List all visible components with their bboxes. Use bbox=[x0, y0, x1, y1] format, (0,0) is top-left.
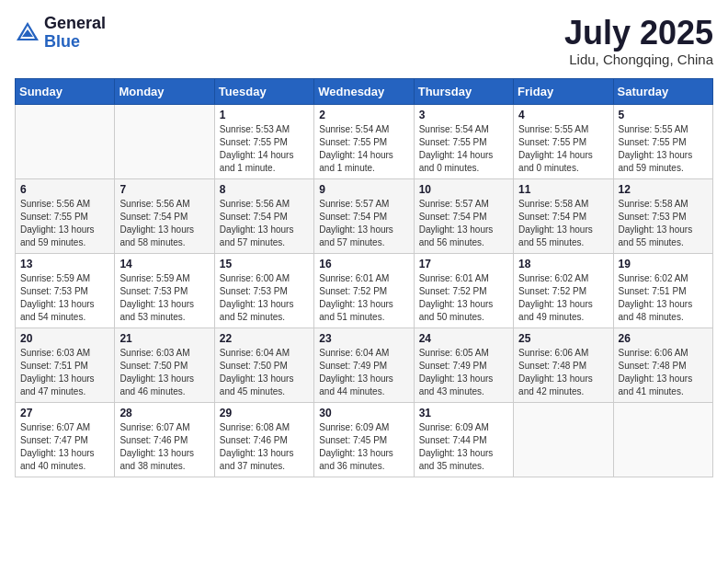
weekday-header-monday: Monday bbox=[115, 78, 214, 104]
day-number: 6 bbox=[20, 183, 109, 196]
day-number: 3 bbox=[419, 109, 508, 121]
page-header: General Blue July 2025 Lidu, Chongqing, … bbox=[15, 15, 713, 67]
day-info: Sunrise: 6:00 AM Sunset: 7:53 PM Dayligh… bbox=[220, 272, 309, 324]
day-info: Sunrise: 6:01 AM Sunset: 7:52 PM Dayligh… bbox=[319, 272, 408, 324]
calendar-cell: 12Sunrise: 5:58 AM Sunset: 7:53 PM Dayli… bbox=[613, 178, 712, 253]
calendar-cell bbox=[16, 104, 115, 178]
calendar-cell: 24Sunrise: 6:05 AM Sunset: 7:49 PM Dayli… bbox=[414, 327, 513, 402]
day-number: 30 bbox=[319, 407, 408, 419]
week-row-3: 13Sunrise: 5:59 AM Sunset: 7:53 PM Dayli… bbox=[16, 253, 713, 327]
title-section: July 2025 Lidu, Chongqing, China bbox=[564, 15, 713, 67]
logo: General Blue bbox=[15, 15, 106, 52]
day-number: 9 bbox=[319, 183, 408, 196]
day-number: 31 bbox=[419, 407, 508, 419]
day-info: Sunrise: 6:03 AM Sunset: 7:51 PM Dayligh… bbox=[20, 347, 109, 398]
day-info: Sunrise: 5:57 AM Sunset: 7:54 PM Dayligh… bbox=[319, 198, 408, 249]
calendar-cell: 21Sunrise: 6:03 AM Sunset: 7:50 PM Dayli… bbox=[115, 327, 214, 402]
day-number: 18 bbox=[518, 258, 608, 270]
day-number: 17 bbox=[419, 258, 508, 270]
calendar-cell: 7Sunrise: 5:56 AM Sunset: 7:54 PM Daylig… bbox=[115, 178, 214, 253]
day-info: Sunrise: 5:55 AM Sunset: 7:55 PM Dayligh… bbox=[518, 123, 608, 175]
day-number: 15 bbox=[220, 258, 309, 270]
day-number: 4 bbox=[518, 109, 608, 121]
calendar-cell: 14Sunrise: 5:59 AM Sunset: 7:53 PM Dayli… bbox=[115, 253, 214, 327]
day-number: 12 bbox=[619, 183, 708, 196]
calendar-cell: 30Sunrise: 6:09 AM Sunset: 7:45 PM Dayli… bbox=[314, 402, 414, 477]
logo-blue-text: Blue bbox=[44, 33, 106, 52]
calendar-body: 1Sunrise: 5:53 AM Sunset: 7:55 PM Daylig… bbox=[16, 104, 713, 477]
day-info: Sunrise: 6:03 AM Sunset: 7:50 PM Dayligh… bbox=[119, 347, 209, 398]
location-text: Lidu, Chongqing, China bbox=[564, 52, 713, 67]
day-info: Sunrise: 6:04 AM Sunset: 7:49 PM Dayligh… bbox=[319, 347, 408, 398]
day-info: Sunrise: 5:59 AM Sunset: 7:53 PM Dayligh… bbox=[20, 272, 109, 324]
day-info: Sunrise: 6:09 AM Sunset: 7:45 PM Dayligh… bbox=[319, 421, 408, 473]
calendar-cell: 31Sunrise: 6:09 AM Sunset: 7:44 PM Dayli… bbox=[414, 402, 513, 477]
calendar-header: SundayMondayTuesdayWednesdayThursdayFrid… bbox=[16, 78, 713, 104]
day-number: 19 bbox=[619, 258, 708, 270]
calendar-cell: 6Sunrise: 5:56 AM Sunset: 7:55 PM Daylig… bbox=[16, 178, 115, 253]
calendar-cell: 10Sunrise: 5:57 AM Sunset: 7:54 PM Dayli… bbox=[414, 178, 513, 253]
day-number: 2 bbox=[319, 109, 408, 121]
weekday-header-row: SundayMondayTuesdayWednesdayThursdayFrid… bbox=[16, 78, 713, 104]
day-number: 5 bbox=[619, 109, 708, 121]
day-number: 16 bbox=[319, 258, 408, 270]
weekday-header-tuesday: Tuesday bbox=[214, 78, 313, 104]
day-info: Sunrise: 5:56 AM Sunset: 7:54 PM Dayligh… bbox=[119, 198, 209, 249]
day-info: Sunrise: 6:06 AM Sunset: 7:48 PM Dayligh… bbox=[619, 347, 708, 398]
calendar-cell: 2Sunrise: 5:54 AM Sunset: 7:55 PM Daylig… bbox=[314, 104, 414, 178]
calendar-cell: 9Sunrise: 5:57 AM Sunset: 7:54 PM Daylig… bbox=[314, 178, 414, 253]
day-number: 8 bbox=[220, 183, 309, 196]
day-number: 1 bbox=[220, 109, 309, 121]
logo-text: General Blue bbox=[44, 15, 106, 52]
day-info: Sunrise: 6:02 AM Sunset: 7:51 PM Dayligh… bbox=[619, 272, 708, 324]
calendar-cell: 19Sunrise: 6:02 AM Sunset: 7:51 PM Dayli… bbox=[613, 253, 712, 327]
weekday-header-sunday: Sunday bbox=[16, 78, 115, 104]
calendar-cell: 26Sunrise: 6:06 AM Sunset: 7:48 PM Dayli… bbox=[613, 327, 712, 402]
week-row-5: 27Sunrise: 6:07 AM Sunset: 7:47 PM Dayli… bbox=[16, 402, 713, 477]
day-info: Sunrise: 5:55 AM Sunset: 7:55 PM Dayligh… bbox=[619, 123, 708, 175]
week-row-1: 1Sunrise: 5:53 AM Sunset: 7:55 PM Daylig… bbox=[16, 104, 713, 178]
day-info: Sunrise: 5:58 AM Sunset: 7:53 PM Dayligh… bbox=[619, 198, 708, 249]
week-row-4: 20Sunrise: 6:03 AM Sunset: 7:51 PM Dayli… bbox=[16, 327, 713, 402]
day-info: Sunrise: 5:57 AM Sunset: 7:54 PM Dayligh… bbox=[419, 198, 508, 249]
weekday-header-friday: Friday bbox=[514, 78, 613, 104]
day-number: 13 bbox=[20, 258, 109, 270]
weekday-header-thursday: Thursday bbox=[414, 78, 513, 104]
day-number: 22 bbox=[220, 332, 309, 345]
day-number: 21 bbox=[119, 332, 209, 345]
calendar-cell: 16Sunrise: 6:01 AM Sunset: 7:52 PM Dayli… bbox=[314, 253, 414, 327]
day-info: Sunrise: 6:07 AM Sunset: 7:47 PM Dayligh… bbox=[20, 421, 109, 473]
calendar-cell: 17Sunrise: 6:01 AM Sunset: 7:52 PM Dayli… bbox=[414, 253, 513, 327]
calendar-cell: 13Sunrise: 5:59 AM Sunset: 7:53 PM Dayli… bbox=[16, 253, 115, 327]
day-number: 14 bbox=[119, 258, 209, 270]
calendar-cell: 29Sunrise: 6:08 AM Sunset: 7:46 PM Dayli… bbox=[214, 402, 313, 477]
day-number: 7 bbox=[119, 183, 209, 196]
day-info: Sunrise: 5:56 AM Sunset: 7:55 PM Dayligh… bbox=[20, 198, 109, 249]
weekday-header-wednesday: Wednesday bbox=[314, 78, 414, 104]
day-info: Sunrise: 5:54 AM Sunset: 7:55 PM Dayligh… bbox=[419, 123, 508, 175]
day-number: 10 bbox=[419, 183, 508, 196]
day-number: 11 bbox=[518, 183, 608, 196]
day-number: 27 bbox=[20, 407, 109, 419]
calendar-table: SundayMondayTuesdayWednesdayThursdayFrid… bbox=[15, 78, 713, 477]
weekday-header-saturday: Saturday bbox=[613, 78, 712, 104]
calendar-cell: 28Sunrise: 6:07 AM Sunset: 7:46 PM Dayli… bbox=[115, 402, 214, 477]
calendar-cell: 18Sunrise: 6:02 AM Sunset: 7:52 PM Dayli… bbox=[514, 253, 613, 327]
day-info: Sunrise: 6:01 AM Sunset: 7:52 PM Dayligh… bbox=[419, 272, 508, 324]
week-row-2: 6Sunrise: 5:56 AM Sunset: 7:55 PM Daylig… bbox=[16, 178, 713, 253]
logo-general-text: General bbox=[44, 15, 106, 33]
calendar-cell: 11Sunrise: 5:58 AM Sunset: 7:54 PM Dayli… bbox=[514, 178, 613, 253]
day-info: Sunrise: 5:54 AM Sunset: 7:55 PM Dayligh… bbox=[319, 123, 408, 175]
day-info: Sunrise: 5:59 AM Sunset: 7:53 PM Dayligh… bbox=[119, 272, 209, 324]
calendar-cell bbox=[514, 402, 613, 477]
calendar-cell: 20Sunrise: 6:03 AM Sunset: 7:51 PM Dayli… bbox=[16, 327, 115, 402]
calendar-cell: 4Sunrise: 5:55 AM Sunset: 7:55 PM Daylig… bbox=[514, 104, 613, 178]
calendar-cell bbox=[613, 402, 712, 477]
day-number: 28 bbox=[119, 407, 209, 419]
day-info: Sunrise: 6:04 AM Sunset: 7:50 PM Dayligh… bbox=[220, 347, 309, 398]
calendar-cell: 27Sunrise: 6:07 AM Sunset: 7:47 PM Dayli… bbox=[16, 402, 115, 477]
calendar-cell: 15Sunrise: 6:00 AM Sunset: 7:53 PM Dayli… bbox=[214, 253, 313, 327]
calendar-cell: 23Sunrise: 6:04 AM Sunset: 7:49 PM Dayli… bbox=[314, 327, 414, 402]
month-title: July 2025 bbox=[564, 15, 713, 52]
day-number: 26 bbox=[619, 332, 708, 345]
